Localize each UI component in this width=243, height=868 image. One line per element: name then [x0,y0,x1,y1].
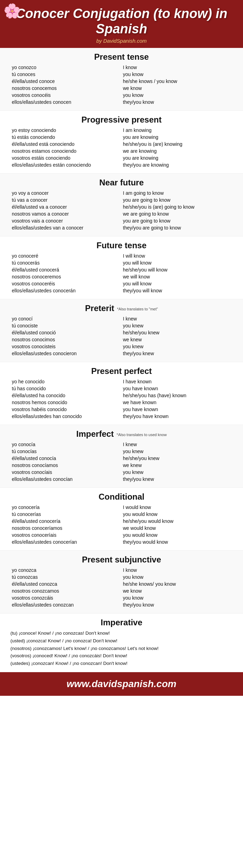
spanish-cell: yo conocería [10,504,122,511]
table-row: ellos/ellas/ustedes conocíanthey/you kne… [10,476,233,483]
english-cell: they/you are knowing [122,161,233,168]
spanish-cell: yo conozca [10,567,122,574]
imperative-line: (usted) ¡conozca! Know! / ¡no conozca! D… [10,637,233,645]
english-cell: they/you have known [122,413,233,420]
section-progressive: Progressive presentyo estoy conociendoI … [0,111,243,174]
table-row: nosotros hemos conocidowe have known [10,399,233,406]
table-row: yo voy a conocerI am going to know [10,190,233,197]
section-title-imperfect: Imperfect*Also translates to used know [10,429,233,439]
table-row: ellos/ellas/ustedes conocieronthey/you k… [10,350,233,357]
english-cell: you will know [122,280,233,287]
english-cell: you are knowing [122,134,233,141]
table-row: vosotros conocisteisyou knew [10,343,233,350]
spanish-cell: nosotros conoceríamos [10,525,122,532]
spanish-cell: nosotros conocimos [10,336,122,343]
english-cell: I knew [122,441,233,448]
table-row: yo conozcaI know [10,567,233,574]
table-row: vosotros estáis conociendoyou are knowin… [10,155,233,161]
table-row: nosotros conozcamoswe know [10,587,233,594]
spanish-cell: vosotros conoceríais [10,532,122,539]
spanish-cell: nosotros conozcamos [10,587,122,594]
english-cell: you would know [122,532,233,539]
imperative-section: Imperative (tu) ¡conoce! Know! / ¡no con… [0,614,243,672]
section-imperfect: Imperfect*Also translates to used knowyo… [0,425,243,488]
spanish-cell: tú conozcas [10,574,122,581]
table-row: tú conozcasyou know [10,574,233,581]
english-cell: you knew [122,343,233,350]
english-cell: he/she/you would know [122,518,233,525]
english-cell: you know [122,594,233,601]
table-row: yo conoceréI will know [10,252,233,259]
table-row: él/ella/usted conoceríahe/she/you would … [10,518,233,525]
english-cell: you know [122,71,233,78]
conjugation-table-nearfuture: yo voy a conocerI am going to knowtú vas… [10,190,233,231]
table-row: tú has conocidoyou have known [10,385,233,392]
conjugation-table-present: yo conozcoI knowtú conocesyou knowél/ell… [10,64,233,106]
imperative-title: Imperative [10,618,233,627]
english-cell: he/she/you has (have) known [122,392,233,399]
spanish-cell: vosotros conocéis [10,92,122,99]
page-title: Conocer Conjugation (to know) in Spanish [7,6,236,36]
english-cell: you would know [122,511,233,518]
spanish-cell: tú conocerás [10,259,122,266]
spanish-cell: nosotros conoceremos [10,273,122,280]
section-presentsubjunctive: Present subjunctiveyo conozcaI knowtú co… [0,551,243,614]
section-title-future: Future tense [10,241,233,250]
spanish-cell: nosotros conocemos [10,85,122,92]
page-subtitle: by DavidSpanish.com [7,38,236,44]
spanish-cell: él/ella/usted conocía [10,455,122,462]
table-row: nosotros vamos a conocerwe are going to … [10,210,233,217]
conjugation-table-presentsubjunctive: yo conozcaI knowtú conozcasyou knowél/el… [10,567,233,608]
footer-text: www.davidspanish.com [67,678,176,689]
table-row: nosotros conocíamoswe knew [10,462,233,469]
table-row: vosotros conoceréisyou will know [10,280,233,287]
conjugation-table-future: yo conoceréI will knowtú conocerásyou wi… [10,252,233,294]
spanish-cell: ellos/ellas/ustedes conocían [10,476,122,483]
spanish-cell: él/ella/usted va a conocer [10,203,122,210]
english-cell: you are going to know [122,197,233,203]
english-cell: you knew [122,448,233,455]
table-row: tú vas a conoceryou are going to know [10,197,233,203]
table-row: yo conoceríaI would know [10,504,233,511]
table-row: tú conocisteyou knew [10,322,233,329]
table-row: yo estoy conociendoI am knowing [10,127,233,134]
spanish-cell: él/ella/usted conocerá [10,266,122,273]
english-cell: you will know [122,259,233,266]
english-cell: you know [122,574,233,581]
english-cell: you knew [122,322,233,329]
spanish-cell: tú has conocido [10,385,122,392]
english-cell: I know [122,567,233,574]
page-header: 🌸 Conocer Conjugation (to know) in Spani… [0,0,243,48]
table-row: vosotros conozcáisyou know [10,594,233,601]
table-row: nosotros conocimoswe knew [10,336,233,343]
spanish-cell: ellos/ellas/ustedes conozcan [10,601,122,608]
spanish-cell: tú conocerías [10,511,122,518]
conjugation-table-preterit: yo conocíI knewtú conocisteyou knewél/el… [10,315,233,357]
english-cell: I have known [122,378,233,385]
table-row: nosotros conoceríamoswe would know [10,525,233,532]
spanish-cell: nosotros hemos conocido [10,399,122,406]
page-footer: www.davidspanish.com [0,672,243,696]
english-cell: you know [122,92,233,99]
english-cell: you knew [122,469,233,476]
table-row: tú conocíasyou knew [10,448,233,455]
english-cell: I will know [122,252,233,259]
spanish-cell: yo conozco [10,64,122,71]
section-title-presentsubjunctive: Present subjunctive [10,555,233,565]
english-cell: we knew [122,336,233,343]
table-row: vosotros conoceríaisyou would know [10,532,233,539]
english-cell: we are going to know [122,210,233,217]
english-cell: we know [122,85,233,92]
section-title-progressive: Progressive present [10,115,233,125]
table-row: nosotros conoceremoswe will know [10,273,233,280]
spanish-cell: él/ella/usted conozca [10,581,122,587]
table-row: vosotros conocíaisyou knew [10,469,233,476]
spanish-cell: vosotros estáis conociendo [10,155,122,161]
english-cell: I know [122,64,233,71]
table-row: yo he conocidoI have known [10,378,233,385]
spanish-cell: yo conocía [10,441,122,448]
imperative-line: (vosotros) ¡conoced! Know! / ¡no conozcá… [10,652,233,660]
spanish-cell: yo conocí [10,315,122,322]
english-cell: I knew [122,315,233,322]
english-cell: we will know [122,273,233,280]
